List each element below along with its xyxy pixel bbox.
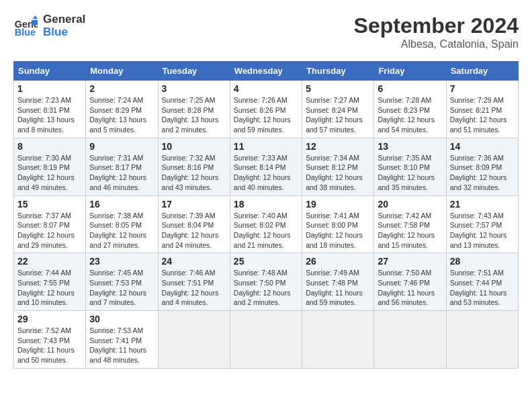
logo-icon: General Blue — [13, 14, 38, 38]
day-number: 17 — [162, 199, 226, 210]
day-number: 7 — [450, 83, 515, 94]
title-area: September 2024 Albesa, Catalonia, Spain — [354, 13, 519, 50]
calendar-cell — [446, 311, 518, 369]
day-number: 5 — [306, 83, 370, 94]
day-number: 19 — [306, 199, 370, 210]
day-number: 21 — [450, 199, 515, 210]
calendar-cell: 24 Sunrise: 7:46 AMSunset: 7:51 PMDaylig… — [158, 253, 230, 311]
day-info: Sunrise: 7:39 AMSunset: 8:04 PMDaylight:… — [162, 211, 226, 250]
day-number: 6 — [378, 83, 442, 94]
day-info: Sunrise: 7:50 AMSunset: 7:46 PMDaylight:… — [378, 268, 442, 308]
day-info: Sunrise: 7:46 AMSunset: 7:51 PMDaylight:… — [162, 268, 226, 308]
col-thursday: Thursday — [302, 62, 374, 81]
page-header: General Blue General Blue September 2024… — [13, 13, 519, 50]
svg-text:Blue: Blue — [15, 27, 36, 38]
day-info: Sunrise: 7:35 AMSunset: 8:10 PMDaylight:… — [378, 153, 442, 193]
day-number: 30 — [89, 314, 154, 324]
day-number: 1 — [17, 83, 82, 94]
calendar-cell: 27 Sunrise: 7:50 AMSunset: 7:46 PMDaylig… — [374, 253, 446, 311]
calendar-cell — [374, 311, 446, 369]
col-friday: Friday — [374, 62, 446, 81]
day-number: 27 — [378, 256, 442, 267]
calendar-cell: 5 Sunrise: 7:27 AMSunset: 8:24 PMDayligh… — [302, 81, 374, 138]
day-info: Sunrise: 7:30 AMSunset: 8:19 PMDaylight:… — [17, 153, 82, 193]
day-number: 28 — [450, 256, 515, 267]
calendar-cell: 30 Sunrise: 7:53 AMSunset: 7:41 PMDaylig… — [86, 311, 158, 369]
calendar-cell: 9 Sunrise: 7:31 AMSunset: 8:17 PMDayligh… — [86, 138, 158, 195]
col-sunday: Sunday — [14, 62, 86, 81]
day-info: Sunrise: 7:45 AMSunset: 7:53 PMDaylight:… — [89, 268, 154, 308]
calendar-cell: 22 Sunrise: 7:44 AMSunset: 7:55 PMDaylig… — [14, 253, 86, 311]
calendar-cell: 7 Sunrise: 7:29 AMSunset: 8:21 PMDayligh… — [446, 81, 518, 138]
day-number: 29 — [17, 314, 82, 324]
calendar-cell: 19 Sunrise: 7:41 AMSunset: 8:00 PMDaylig… — [302, 195, 374, 253]
col-monday: Monday — [86, 62, 158, 81]
table-row: 29 Sunrise: 7:52 AMSunset: 7:43 PMDaylig… — [14, 311, 519, 369]
calendar-cell: 29 Sunrise: 7:52 AMSunset: 7:43 PMDaylig… — [14, 311, 86, 369]
table-row: 15 Sunrise: 7:37 AMSunset: 8:07 PMDaylig… — [14, 195, 519, 253]
day-info: Sunrise: 7:26 AMSunset: 8:26 PMDaylight:… — [234, 95, 298, 135]
day-number: 23 — [89, 256, 154, 267]
day-info: Sunrise: 7:23 AMSunset: 8:31 PMDaylight:… — [17, 95, 82, 135]
day-info: Sunrise: 7:32 AMSunset: 8:16 PMDaylight:… — [162, 153, 226, 193]
calendar-cell: 3 Sunrise: 7:25 AMSunset: 8:28 PMDayligh… — [158, 81, 230, 138]
day-info: Sunrise: 7:38 AMSunset: 8:05 PMDaylight:… — [89, 211, 154, 250]
location: Albesa, Catalonia, Spain — [354, 38, 519, 50]
day-number: 25 — [234, 256, 298, 267]
day-info: Sunrise: 7:31 AMSunset: 8:17 PMDaylight:… — [89, 153, 154, 193]
calendar-cell: 1 Sunrise: 7:23 AMSunset: 8:31 PMDayligh… — [14, 81, 86, 138]
day-number: 18 — [234, 199, 298, 210]
day-info: Sunrise: 7:51 AMSunset: 7:44 PMDaylight:… — [450, 268, 515, 308]
table-row: 1 Sunrise: 7:23 AMSunset: 8:31 PMDayligh… — [14, 81, 519, 138]
day-info: Sunrise: 7:42 AMSunset: 7:58 PMDaylight:… — [378, 211, 442, 250]
day-number: 4 — [234, 83, 298, 94]
day-info: Sunrise: 7:25 AMSunset: 8:28 PMDaylight:… — [162, 95, 226, 135]
day-number: 16 — [89, 199, 154, 210]
calendar-cell: 2 Sunrise: 7:24 AMSunset: 8:29 PMDayligh… — [86, 81, 158, 138]
calendar-cell: 12 Sunrise: 7:34 AMSunset: 8:12 PMDaylig… — [302, 138, 374, 195]
calendar-cell — [230, 311, 302, 369]
day-info: Sunrise: 7:48 AMSunset: 7:50 PMDaylight:… — [234, 268, 298, 308]
day-number: 3 — [162, 83, 226, 94]
table-row: 8 Sunrise: 7:30 AMSunset: 8:19 PMDayligh… — [14, 138, 519, 195]
day-info: Sunrise: 7:27 AMSunset: 8:24 PMDaylight:… — [306, 95, 370, 135]
calendar-cell — [158, 311, 230, 369]
calendar-cell: 13 Sunrise: 7:35 AMSunset: 8:10 PMDaylig… — [374, 138, 446, 195]
day-number: 20 — [378, 199, 442, 210]
day-number: 8 — [17, 141, 82, 152]
day-number: 14 — [450, 141, 515, 152]
calendar-table: Sunday Monday Tuesday Wednesday Thursday… — [13, 61, 519, 369]
month-title: September 2024 — [354, 13, 519, 38]
day-info: Sunrise: 7:53 AMSunset: 7:41 PMDaylight:… — [89, 326, 154, 365]
col-saturday: Saturday — [446, 62, 518, 81]
svg-marker-3 — [32, 20, 38, 25]
day-number: 24 — [162, 256, 226, 267]
day-info: Sunrise: 7:49 AMSunset: 7:48 PMDaylight:… — [306, 268, 370, 308]
calendar-header: Sunday Monday Tuesday Wednesday Thursday… — [14, 62, 519, 81]
calendar-cell: 28 Sunrise: 7:51 AMSunset: 7:44 PMDaylig… — [446, 253, 518, 311]
calendar-cell — [302, 311, 374, 369]
calendar-cell: 18 Sunrise: 7:40 AMSunset: 8:02 PMDaylig… — [230, 195, 302, 253]
svg-marker-2 — [33, 15, 38, 18]
day-info: Sunrise: 7:40 AMSunset: 8:02 PMDaylight:… — [234, 211, 298, 250]
calendar-cell: 10 Sunrise: 7:32 AMSunset: 8:16 PMDaylig… — [158, 138, 230, 195]
day-number: 26 — [306, 256, 370, 267]
col-tuesday: Tuesday — [158, 62, 230, 81]
calendar-cell: 25 Sunrise: 7:48 AMSunset: 7:50 PMDaylig… — [230, 253, 302, 311]
col-wednesday: Wednesday — [230, 62, 302, 81]
day-number: 12 — [306, 141, 370, 152]
calendar-cell: 20 Sunrise: 7:42 AMSunset: 7:58 PMDaylig… — [374, 195, 446, 253]
day-info: Sunrise: 7:43 AMSunset: 7:57 PMDaylight:… — [450, 211, 515, 250]
day-info: Sunrise: 7:44 AMSunset: 7:55 PMDaylight:… — [17, 268, 82, 308]
calendar-cell: 23 Sunrise: 7:45 AMSunset: 7:53 PMDaylig… — [86, 253, 158, 311]
calendar-cell: 14 Sunrise: 7:36 AMSunset: 8:09 PMDaylig… — [446, 138, 518, 195]
header-row: Sunday Monday Tuesday Wednesday Thursday… — [14, 62, 519, 81]
calendar-cell: 15 Sunrise: 7:37 AMSunset: 8:07 PMDaylig… — [14, 195, 86, 253]
calendar-body: 1 Sunrise: 7:23 AMSunset: 8:31 PMDayligh… — [14, 81, 519, 369]
day-number: 10 — [162, 141, 226, 152]
calendar-cell: 16 Sunrise: 7:38 AMSunset: 8:05 PMDaylig… — [86, 195, 158, 253]
day-info: Sunrise: 7:33 AMSunset: 8:14 PMDaylight:… — [234, 153, 298, 193]
calendar-cell: 11 Sunrise: 7:33 AMSunset: 8:14 PMDaylig… — [230, 138, 302, 195]
day-info: Sunrise: 7:41 AMSunset: 8:00 PMDaylight:… — [306, 211, 370, 250]
table-row: 22 Sunrise: 7:44 AMSunset: 7:55 PMDaylig… — [14, 253, 519, 311]
